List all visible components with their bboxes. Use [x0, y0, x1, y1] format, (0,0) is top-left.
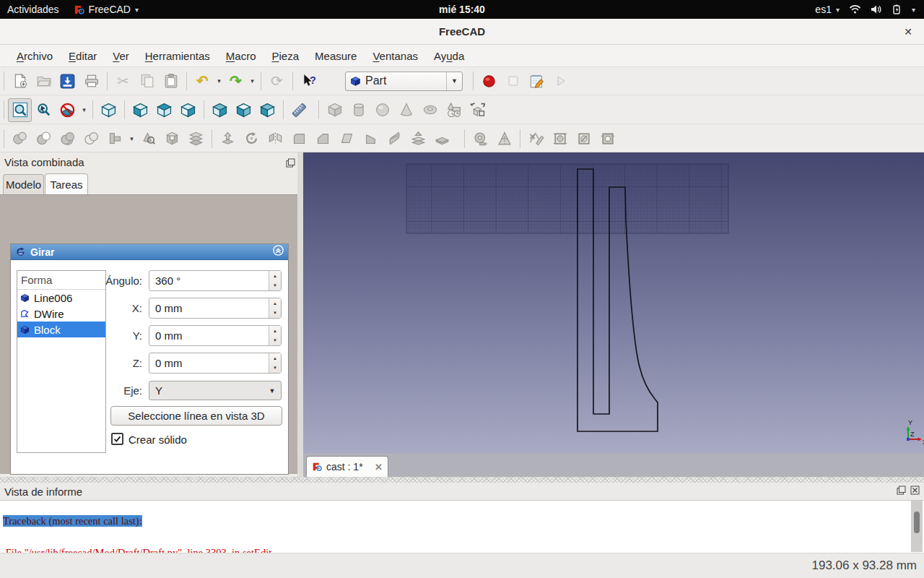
part-cylinder-button[interactable] — [346, 98, 370, 122]
boolean-intersection-button[interactable] — [56, 126, 79, 150]
part-box-button[interactable] — [323, 98, 346, 122]
view-rear-button[interactable] — [208, 98, 232, 122]
undo-button[interactable]: ↶ — [191, 69, 214, 93]
macro-play-button[interactable] — [549, 69, 572, 93]
create-solid-checkbox[interactable] — [111, 433, 123, 445]
shape-info-button[interactable] — [136, 126, 160, 150]
print-button[interactable] — [79, 69, 103, 93]
measure-angular-button[interactable] — [492, 126, 516, 150]
axis-select[interactable]: Y▼ — [149, 381, 282, 400]
document-tab[interactable]: cast : 1* ✕ — [306, 456, 388, 477]
angle-spinner[interactable]: ▲▼ — [269, 271, 281, 290]
task-box-header[interactable]: Girar — [11, 244, 288, 260]
menu-pieza[interactable]: Pieza — [264, 47, 308, 65]
revolve-button[interactable] — [240, 126, 263, 150]
redo-button[interactable]: ↷ — [224, 69, 248, 93]
ruled-surface-button[interactable] — [359, 126, 383, 150]
whatsthis-button[interactable]: ? — [297, 69, 321, 93]
compound-button[interactable] — [103, 126, 127, 150]
x-spinner[interactable]: ▲▼ — [269, 298, 281, 318]
float-panel-icon[interactable] — [286, 158, 295, 171]
menu-ayuda[interactable]: Ayuda — [426, 47, 472, 65]
float-panel-icon[interactable] — [897, 485, 906, 498]
workbench-selector[interactable]: Part ▼ — [345, 72, 463, 91]
hatch-splitter[interactable] — [0, 477, 924, 483]
macro-stop-button[interactable] — [501, 69, 525, 93]
cross-sections-button[interactable] — [184, 126, 208, 150]
dock-splitter[interactable] — [297, 152, 303, 477]
redo-dropdown[interactable]: ▾ — [248, 69, 257, 93]
view-axonometric-button[interactable] — [97, 98, 121, 122]
part-primitives-button[interactable] — [442, 98, 466, 122]
fit-selection-button[interactable] — [32, 98, 56, 122]
toolbar-handle[interactable] — [4, 72, 4, 90]
report-scrollbar-thumb[interactable] — [914, 512, 920, 533]
offset-button[interactable] — [430, 126, 454, 150]
make-face-button[interactable] — [335, 126, 359, 150]
app-menu[interactable]: FreeCAD ▾ — [74, 4, 139, 15]
extrude-button[interactable] — [216, 126, 240, 150]
fillet-button[interactable] — [287, 126, 311, 150]
convert-solid-button[interactable] — [160, 126, 184, 150]
pick-line-button[interactable]: Seleccione línea en vista 3D — [110, 406, 282, 426]
activities-button[interactable]: Actividades — [7, 4, 59, 15]
cut-button[interactable]: ✂ — [111, 69, 135, 93]
menu-macro[interactable]: Macro — [218, 47, 264, 65]
chamfer-button[interactable] — [311, 126, 335, 150]
view-front-button[interactable] — [128, 98, 152, 122]
y-spinner[interactable]: ▲▼ — [269, 326, 281, 345]
boolean-operation-button[interactable] — [79, 126, 103, 150]
view-left-button[interactable] — [256, 98, 279, 122]
view-right-button[interactable] — [176, 98, 200, 122]
menu-measure[interactable]: Measure — [307, 47, 365, 65]
menu-archivo[interactable]: Archivo — [9, 47, 61, 65]
close-panel-icon[interactable] — [910, 485, 920, 498]
chevron-down-icon[interactable]: ▾ — [912, 6, 915, 14]
copy-button[interactable] — [135, 69, 159, 93]
measure-refresh-button[interactable] — [524, 126, 548, 150]
paste-button[interactable] — [159, 69, 183, 93]
measure-toggle-3d-button[interactable] — [572, 126, 596, 150]
toolbar-handle[interactable] — [4, 129, 4, 148]
macro-edit-button[interactable] — [525, 69, 549, 93]
measure-distance-button[interactable] — [287, 98, 311, 122]
angle-input[interactable]: 360 °▲▼ — [149, 270, 282, 291]
measure-clear-button[interactable] — [596, 126, 619, 150]
measure-toggle-all-button[interactable] — [548, 126, 572, 150]
z-input[interactable]: 0 mm▲▼ — [149, 353, 282, 374]
fit-all-button[interactable] — [8, 98, 32, 122]
menu-herramientas[interactable]: Herramientas — [137, 47, 218, 65]
measure-linear-button[interactable] — [468, 126, 492, 150]
tab-tareas[interactable]: Tareas — [45, 173, 88, 194]
tab-modelo[interactable]: Modelo — [3, 174, 44, 194]
part-sphere-button[interactable] — [370, 98, 394, 122]
loft-button[interactable] — [383, 126, 406, 150]
x-input[interactable]: 0 mm▲▼ — [149, 298, 282, 319]
z-spinner[interactable]: ▲▼ — [269, 353, 281, 373]
boolean-cut-button[interactable] — [8, 126, 32, 150]
3d-viewport[interactable]: Y Z X — [303, 152, 924, 454]
menu-ver[interactable]: Ver — [105, 47, 137, 65]
menu-ventanas[interactable]: Ventanas — [365, 47, 426, 65]
sweep-button[interactable] — [406, 126, 430, 150]
part-shapebuilder-button[interactable] — [466, 98, 489, 122]
boolean-union-button[interactable] — [32, 126, 56, 150]
clip-plane-button[interactable] — [56, 98, 79, 122]
compound-dropdown[interactable]: ▾ — [127, 126, 136, 150]
view-top-button[interactable] — [152, 98, 176, 122]
clip-plane-dropdown[interactable]: ▾ — [79, 98, 89, 122]
tab-close-icon[interactable]: ✕ — [375, 462, 383, 473]
keyboard-layout-indicator[interactable]: es1▾ — [815, 4, 840, 15]
mirror-button[interactable] — [263, 126, 287, 150]
new-document-button[interactable] — [8, 69, 32, 93]
clock[interactable]: mié 15:40 — [0, 4, 924, 15]
collapse-icon[interactable] — [273, 245, 284, 259]
report-view-log[interactable]: Traceback (most recent call last): File … — [0, 500, 924, 553]
part-torus-button[interactable] — [418, 98, 442, 122]
save-button[interactable] — [56, 69, 79, 93]
refresh-button[interactable]: ⟳ — [265, 69, 289, 93]
part-cone-button[interactable] — [394, 98, 418, 122]
menu-editar[interactable]: Editar — [61, 47, 105, 65]
y-input[interactable]: 0 mm▲▼ — [149, 325, 282, 346]
undo-dropdown[interactable]: ▾ — [214, 69, 224, 93]
